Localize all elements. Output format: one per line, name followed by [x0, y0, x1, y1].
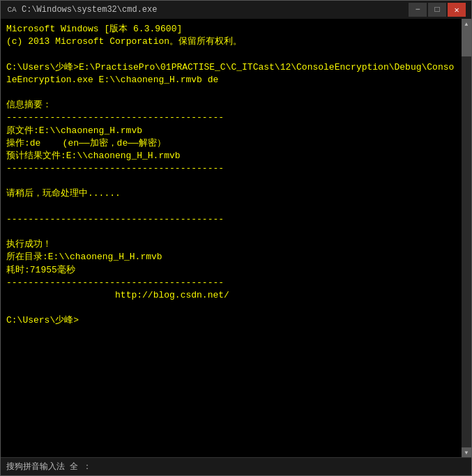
scroll-down-arrow[interactable]: ▼ [462, 447, 471, 457]
maximize-button[interactable]: □ [428, 3, 446, 17]
ime-status: 搜狗拼音输入法 全 ： [6, 461, 91, 473]
content-area: Microsoft Windows [版本 6.3.9600] (c) 2013… [1, 19, 471, 457]
scroll-up-arrow[interactable]: ▲ [462, 19, 471, 29]
cmd-icon: CA [6, 4, 17, 15]
window-title: C:\Windows\system32\cmd.exe [22, 5, 157, 15]
scrollbar[interactable]: ▲ ▼ [462, 19, 471, 457]
title-bar-left: CA C:\Windows\system32\cmd.exe [6, 4, 157, 15]
title-bar: CA C:\Windows\system32\cmd.exe − □ ✕ [1, 1, 471, 19]
close-button[interactable]: ✕ [448, 3, 466, 17]
scrollbar-track[interactable] [462, 29, 471, 447]
title-bar-buttons: − □ ✕ [409, 3, 466, 17]
cmd-window: CA C:\Windows\system32\cmd.exe − □ ✕ Mic… [0, 0, 472, 476]
status-bar: 搜狗拼音输入法 全 ： [1, 457, 471, 475]
scrollbar-thumb[interactable] [462, 29, 471, 56]
terminal-text: Microsoft Windows [版本 6.3.9600] (c) 2013… [6, 23, 456, 328]
minimize-button[interactable]: − [409, 3, 427, 17]
terminal-output[interactable]: Microsoft Windows [版本 6.3.9600] (c) 2013… [1, 19, 462, 457]
